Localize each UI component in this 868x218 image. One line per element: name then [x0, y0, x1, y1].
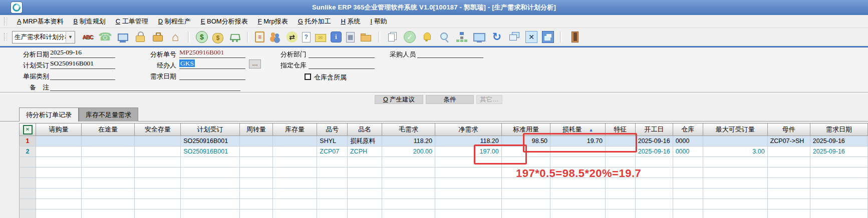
cell-req_qty[interactable] — [36, 168, 82, 178]
copy-icon[interactable] — [386, 30, 399, 44]
cell-item_name[interactable] — [347, 168, 382, 178]
remark-field[interactable] — [50, 82, 240, 91]
cell-item_no[interactable] — [317, 188, 348, 199]
cell-loss_qty[interactable] — [550, 188, 606, 199]
cell-warehouse[interactable] — [673, 178, 703, 188]
users-icon[interactable] — [269, 30, 282, 44]
cell-warehouse[interactable] — [673, 210, 703, 218]
cell-turnover_qty[interactable] — [239, 136, 272, 146]
cell-req_qty[interactable] — [36, 146, 82, 157]
cell-turnover_qty[interactable] — [239, 168, 272, 178]
cell-plan_order[interactable] — [181, 188, 240, 199]
operator-browse-button[interactable]: … — [249, 60, 261, 68]
cell-stock_qty[interactable] — [272, 199, 317, 210]
menu-item-D[interactable]: D 制程生产 — [153, 16, 196, 28]
cell-demand_date[interactable] — [810, 168, 867, 178]
cell-warehouse[interactable] — [673, 168, 703, 178]
grid-row-empty[interactable] — [20, 210, 868, 218]
dollar-coin-icon[interactable]: $ — [196, 31, 208, 43]
cell-gross_demand[interactable]: 118.20 — [382, 136, 435, 146]
cell-max_orderable[interactable] — [703, 199, 768, 210]
operator-field[interactable]: GKS — [179, 60, 245, 69]
analysis-no-field[interactable]: MP250916B001 — [179, 48, 245, 58]
cell-net_demand[interactable] — [435, 168, 502, 178]
cell-transit_qty[interactable] — [81, 157, 135, 168]
info-icon[interactable]: i — [331, 32, 342, 42]
cell-stock_qty[interactable] — [272, 210, 317, 218]
cell-start_date[interactable] — [635, 188, 673, 199]
grid-row-empty[interactable] — [20, 199, 868, 210]
row-header[interactable]: 1 — [20, 136, 36, 146]
doc-type-field[interactable] — [50, 70, 115, 80]
col-header-req_qty[interactable]: 请购量 — [36, 124, 82, 136]
plan-order-field[interactable]: SO250916B001 — [50, 60, 115, 69]
cell-max_orderable[interactable] — [703, 136, 768, 146]
cell-loss_qty[interactable] — [550, 199, 606, 210]
col-header-net_demand[interactable]: 净需求 — [435, 124, 502, 136]
mail-icon[interactable]: ✉ — [315, 34, 326, 42]
tab-pending-orders[interactable]: 待分析订单记录 — [19, 108, 79, 122]
cell-net_demand[interactable] — [435, 199, 502, 210]
cell-gross_demand[interactable] — [382, 168, 435, 178]
cell-warehouse[interactable] — [673, 199, 703, 210]
cell-turnover_qty[interactable] — [239, 210, 272, 218]
cell-item_name[interactable]: ZCPH — [347, 146, 382, 157]
window-switch-icon[interactable] — [542, 31, 554, 43]
cell-item_name[interactable] — [347, 178, 382, 188]
cell-item_name[interactable] — [347, 210, 382, 218]
menu-item-I[interactable]: I 帮助 — [365, 16, 392, 28]
question-doc-icon[interactable]: ? — [302, 32, 311, 42]
clipboard-icon[interactable]: ≡ — [255, 32, 264, 42]
toolbar-grip-handle[interactable] — [4, 33, 7, 41]
sitemap-icon[interactable] — [455, 30, 468, 44]
menu-item-E[interactable]: E BOM分析报表 — [196, 16, 253, 28]
grid-row-empty[interactable] — [20, 168, 868, 178]
cell-turnover_qty[interactable] — [239, 188, 272, 199]
cell-item_name[interactable] — [347, 199, 382, 210]
cell-start_date[interactable]: 2025-09-16 — [635, 136, 673, 146]
cell-net_demand[interactable] — [435, 178, 502, 188]
cell-max_orderable[interactable] — [703, 210, 768, 218]
cell-plan_order[interactable] — [181, 199, 240, 210]
col-header-warehouse[interactable]: 仓库 — [673, 124, 703, 136]
cell-std_usage[interactable] — [501, 188, 550, 199]
cell-max_orderable[interactable] — [703, 178, 768, 188]
cell-warehouse[interactable]: 0000 — [673, 146, 703, 157]
menu-item-H[interactable]: H 系统 — [336, 16, 365, 28]
analysis-dept-field[interactable] — [309, 48, 375, 58]
row-header[interactable] — [20, 210, 36, 218]
cell-item_name[interactable]: 损耗原料 — [347, 136, 382, 146]
cell-item_no[interactable] — [317, 210, 348, 218]
cell-demand_date[interactable]: 2025-09-16 — [810, 146, 867, 157]
cell-safety_stock[interactable] — [135, 146, 181, 157]
cell-item_no[interactable]: ZCP07 — [317, 146, 348, 157]
row-header[interactable] — [20, 188, 36, 199]
cell-stock_qty[interactable] — [272, 136, 317, 146]
assigned-warehouse-field[interactable] — [309, 60, 375, 69]
cell-std_usage[interactable] — [501, 210, 550, 218]
swap-icon[interactable]: ⇄ — [286, 32, 298, 42]
cell-req_qty[interactable] — [36, 136, 82, 146]
cascade-icon[interactable] — [508, 30, 521, 44]
menu-item-C[interactable]: C 工单管理 — [111, 16, 153, 28]
row-header[interactable] — [20, 168, 36, 178]
cell-item_no[interactable] — [317, 178, 348, 188]
cell-turnover_qty[interactable] — [239, 157, 272, 168]
refresh-icon[interactable]: ↻ — [490, 30, 503, 44]
cell-feature[interactable] — [606, 157, 636, 168]
cell-parent_item[interactable] — [767, 146, 810, 157]
cell-req_qty[interactable] — [36, 178, 82, 188]
cell-max_orderable[interactable] — [703, 168, 768, 178]
generate-suggestion-button[interactable]: O 产生建议 — [375, 95, 423, 104]
cell-transit_qty[interactable] — [81, 199, 135, 210]
cell-req_qty[interactable] — [36, 188, 82, 199]
cell-feature[interactable] — [606, 188, 636, 199]
close-icon[interactable]: ✕ — [525, 31, 537, 43]
menu-item-F[interactable]: F Mrp报表 — [253, 16, 293, 28]
cell-loss_qty[interactable] — [550, 210, 606, 218]
tab-stock-shortage[interactable]: 库存不足量需求 — [79, 108, 138, 122]
cell-parent_item[interactable] — [767, 168, 810, 178]
cell-gross_demand[interactable] — [382, 199, 435, 210]
col-header-transit_qty[interactable]: 在途量 — [81, 124, 135, 136]
cell-item_name[interactable] — [347, 157, 382, 168]
